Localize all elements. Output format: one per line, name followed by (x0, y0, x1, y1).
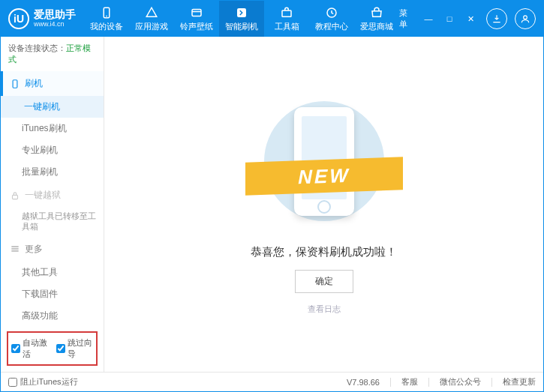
body: 设备连接状态：正常模式 刷机 一键刷机 iTunes刷机 专业刷机 批量刷机 一… (1, 37, 543, 372)
sidebar-item-batch-flash[interactable]: 批量刷机 (1, 161, 104, 183)
sidebar-item-pro-flash[interactable]: 专业刷机 (1, 139, 104, 161)
sidebar-item-other-tools[interactable]: 其他工具 (1, 262, 104, 283)
sidebar-item-oneclick-flash[interactable]: 一键刷机 (1, 96, 104, 118)
section-flash[interactable]: 刷机 (1, 71, 104, 96)
svg-rect-5 (282, 10, 291, 16)
sidebar-item-itunes-flash[interactable]: iTunes刷机 (1, 118, 104, 139)
svg-rect-9 (13, 195, 18, 199)
nav-tabs: 我的设备 应用游戏 铃声壁纸 智能刷机 工具箱 教程中心 爱思商城 (84, 1, 399, 37)
tab-toolbox[interactable]: 工具箱 (264, 1, 309, 37)
logo: iU 爱思助手 www.i4.cn (8, 8, 84, 29)
svg-rect-2 (192, 9, 201, 16)
user-icon[interactable] (515, 8, 536, 29)
checkbox-block-itunes[interactable]: 阻止iTunes运行 (8, 376, 78, 388)
titlebar: iU 爱思助手 www.i4.cn 我的设备 应用游戏 铃声壁纸 智能刷机 工具… (1, 1, 543, 37)
checkbox-auto-activate[interactable]: 自动激活 (11, 337, 49, 360)
tab-apps-games[interactable]: 应用游戏 (129, 1, 174, 37)
tab-tutorials[interactable]: 教程中心 (309, 1, 354, 37)
svg-rect-8 (13, 79, 17, 88)
tab-smart-flash[interactable]: 智能刷机 (219, 1, 264, 37)
tab-ringtones[interactable]: 铃声壁纸 (174, 1, 219, 37)
tab-store[interactable]: 爱思商城 (354, 1, 399, 37)
minimize-button[interactable]: — (420, 10, 437, 27)
success-message: 恭喜您，保资料刷机成功啦！ (251, 245, 397, 259)
menu-icon (10, 244, 20, 254)
menu-label[interactable]: 菜 单 (399, 10, 416, 27)
logo-icon: iU (8, 8, 29, 29)
site-url: www.i4.cn (34, 21, 76, 28)
phone-icon (10, 79, 20, 89)
tab-my-device[interactable]: 我的设备 (84, 1, 129, 37)
new-ribbon: NEW (245, 157, 403, 195)
maximize-button[interactable]: □ (441, 10, 458, 27)
section-more[interactable]: 更多 (1, 237, 104, 262)
section-jailbreak[interactable]: 一键越狱 (1, 183, 104, 208)
window-controls: 菜 单 — □ ✕ (399, 8, 536, 29)
view-log-link[interactable]: 查看日志 (308, 304, 341, 315)
jailbreak-note: 越狱工具已转移至工具箱 (1, 208, 104, 237)
download-icon[interactable] (486, 8, 507, 29)
wechat-link[interactable]: 微信公众号 (440, 376, 481, 388)
svg-point-7 (524, 16, 527, 19)
lock-icon (10, 190, 20, 201)
support-link[interactable]: 客服 (401, 376, 418, 388)
sidebar: 设备连接状态：正常模式 刷机 一键刷机 iTunes刷机 专业刷机 批量刷机 一… (1, 37, 104, 372)
statusbar: 阻止iTunes运行 V7.98.66 客服 微信公众号 检查更新 (1, 372, 543, 391)
sidebar-item-advanced[interactable]: 高级功能 (1, 305, 104, 327)
version-label: V7.98.66 (347, 378, 380, 387)
checkbox-skip-guide[interactable]: 跳过向导 (56, 337, 94, 360)
ok-button[interactable]: 确定 (295, 270, 353, 293)
connection-status: 设备连接状态：正常模式 (1, 37, 104, 71)
sidebar-item-download-firmware[interactable]: 下载固件 (1, 283, 104, 305)
options-highlight-box: 自动激活 跳过向导 (7, 331, 98, 366)
illustration: NEW (249, 94, 399, 229)
close-button[interactable]: ✕ (462, 10, 479, 27)
app-window: iU 爱思助手 www.i4.cn 我的设备 应用游戏 铃声壁纸 智能刷机 工具… (0, 0, 544, 392)
app-name: 爱思助手 (34, 9, 76, 20)
check-update-link[interactable]: 检查更新 (503, 376, 536, 388)
main-content: NEW 恭喜您，保资料刷机成功啦！ 确定 查看日志 (104, 37, 543, 372)
